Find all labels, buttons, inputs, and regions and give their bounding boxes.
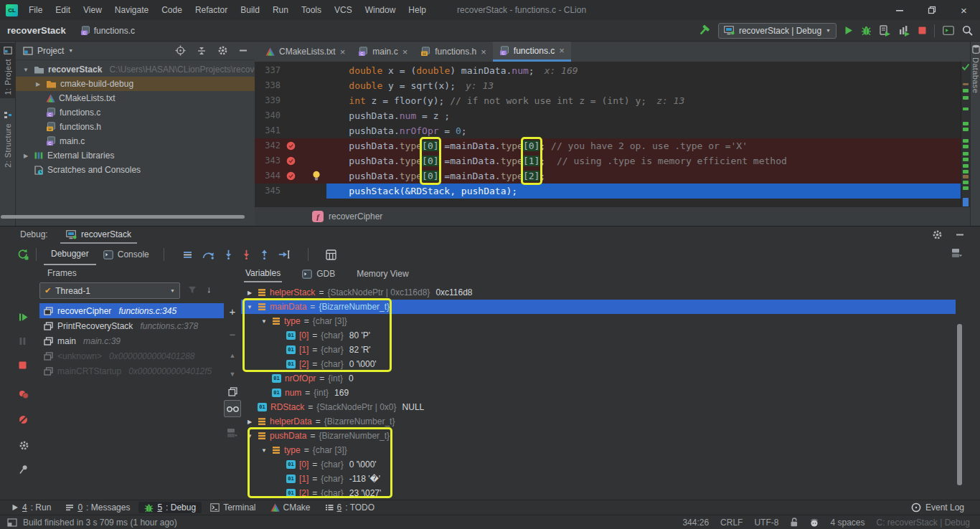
menu-file[interactable]: File (22, 0, 49, 20)
scroll-down-button[interactable]: ↓ (207, 284, 212, 295)
profiler-button[interactable] (899, 25, 910, 37)
scrollbar-change-mark[interactable] (963, 96, 969, 100)
close-button[interactable]: × (948, 0, 980, 20)
editor-tab-cmakelists-txt[interactable]: CMakeLists.txt× (259, 42, 352, 62)
tree-item-main-c[interactable]: Cmain.c (16, 134, 255, 148)
code-line-345[interactable]: 345 pushStack(&RDStack, pushData); (255, 184, 970, 199)
status-item[interactable]: 4 spaces (830, 518, 864, 528)
code-line-340[interactable]: 340 pushData.num = z ; (255, 108, 970, 123)
scrollbar-change-mark[interactable] (963, 83, 969, 85)
variable-row[interactable]: 01[0]={char}0 '\000' (241, 457, 956, 472)
variable-row[interactable]: 01[2]={char}23 '\027' (241, 486, 956, 500)
tab-console[interactable]: Console (96, 244, 156, 265)
pause-button[interactable] (19, 337, 27, 345)
chevron-collapsed-icon[interactable]: ▶ (245, 290, 254, 296)
scrollbar-change-mark[interactable] (963, 122, 969, 125)
hector-button[interactable] (810, 518, 819, 527)
variable-row[interactable]: ▼mainData={BizarreNumber_t} (241, 300, 956, 314)
scrollbar-change-mark[interactable] (963, 152, 969, 156)
gutter[interactable]: 344 (255, 168, 326, 184)
menu-run[interactable]: Run (266, 0, 295, 20)
breadcrumb-function[interactable]: recoverCipher (329, 211, 382, 221)
tree-item-recoverstack[interactable]: ▼recoverStackC:\Users\HASAN\CLionProject… (16, 62, 255, 77)
gutter[interactable]: 339 (255, 93, 326, 108)
move-up-button[interactable]: ▲ (224, 347, 241, 364)
tab-debugger[interactable]: Debugger (44, 244, 96, 265)
variable-row[interactable]: 01[2]={char}0 '\000' (241, 357, 956, 371)
status-item[interactable]: 344:26 (682, 518, 709, 528)
run-to-cursor-button[interactable] (278, 249, 291, 259)
menu-vcs[interactable]: VCS (328, 0, 359, 20)
minimize-button[interactable] (883, 0, 915, 20)
chevron-collapsed-icon[interactable]: ▶ (34, 81, 42, 87)
run-button[interactable] (844, 26, 853, 35)
gutter[interactable]: 343 (255, 153, 326, 168)
run-config-select[interactable]: recoverStack | Debug ▼ (718, 23, 837, 39)
resume-button[interactable] (19, 313, 28, 322)
gutter[interactable]: 341 (255, 123, 326, 138)
scrollbar-change-mark[interactable] (963, 158, 969, 161)
settings-button[interactable] (217, 45, 228, 56)
scrollbar-change-mark[interactable] (963, 186, 969, 190)
editor-tab-functions-h[interactable]: Hfunctions.h× (414, 42, 493, 62)
scrollbar-change-mark[interactable] (963, 175, 969, 178)
rerun-button[interactable] (17, 249, 29, 260)
code-line-338[interactable]: 338 double y = sqrt(x);y: 13 (255, 78, 970, 93)
restore-layout-button[interactable] (951, 248, 963, 258)
frame-row[interactable]: PrintRecoveryStackfunctions.c:378 (39, 318, 224, 333)
locate-button[interactable] (175, 45, 186, 56)
close-tab-icon[interactable]: × (340, 47, 346, 57)
gutter[interactable]: 340 (255, 108, 326, 123)
code-line-339[interactable]: 339 int z = floor(y); // if not work use… (255, 93, 970, 108)
close-tab-icon[interactable]: × (559, 46, 565, 55)
menu-edit[interactable]: Edit (49, 0, 77, 20)
close-tab-icon[interactable]: × (481, 47, 486, 57)
pin-button[interactable] (19, 464, 28, 475)
hide-panel-button[interactable] (956, 229, 964, 240)
horizontal-scrollbar[interactable] (1, 215, 249, 220)
scrollbar-change-mark[interactable] (963, 139, 969, 143)
search-everywhere-button[interactable] (962, 25, 973, 36)
hide-button[interactable] (239, 49, 248, 52)
chevron-collapsed-icon[interactable]: ▶ (22, 153, 30, 159)
scrollbar-change-mark[interactable] (963, 198, 969, 206)
tree-item-scratches-and-consoles[interactable]: Scratches and Consoles (16, 163, 255, 177)
scrollbar-change-mark[interactable] (963, 145, 969, 148)
variable-row[interactable]: 01nrOfOpr={int}0 (241, 371, 956, 386)
menu-navigate[interactable]: Navigate (108, 0, 155, 20)
sidebar-tab-database[interactable]: Database (971, 44, 980, 93)
variable-row[interactable]: 01RDStack={StackNodePtr | 0x0}NULL (241, 400, 956, 414)
gutter[interactable]: 338 (255, 78, 326, 93)
add-watch-button[interactable]: + (224, 302, 241, 320)
scrollbar-change-mark[interactable] (963, 170, 969, 173)
breadcrumb-project[interactable]: recoverStack (7, 25, 66, 36)
status-item[interactable]: C: recoverStack | Debug (876, 518, 970, 528)
sidebar-tab-structure[interactable]: 2: Structure (0, 108, 16, 171)
debug-session-tab[interactable]: recoverStack (60, 227, 137, 244)
menu-code[interactable]: Code (155, 0, 189, 20)
frame-row[interactable]: recoverCipherfunctions.c:345 (39, 303, 224, 318)
toolwindow-tab-4-run[interactable]: 4: Run (6, 502, 57, 513)
toolwindow-tab-cmake[interactable]: CMake (265, 502, 316, 513)
remove-watch-button[interactable]: − (224, 325, 241, 343)
toolwindow-tab-0-messages[interactable]: 0: Messages (60, 502, 136, 513)
gutter[interactable]: 345 (255, 184, 326, 199)
gutter[interactable]: 342 (255, 138, 326, 153)
toolwindow-tab-5-debug[interactable]: 5: Debug (138, 502, 202, 513)
variable-row[interactable]: ▶helperData={BizarreNumber_t} (241, 414, 956, 429)
scrollbar-change-mark[interactable] (963, 181, 969, 184)
chevron-expanded-icon[interactable]: ▼ (245, 304, 254, 310)
menu-help[interactable]: Help (402, 0, 433, 20)
variable-row[interactable]: 01num={int}169 (241, 386, 956, 400)
settings-button[interactable] (19, 440, 29, 451)
menu-window[interactable]: Window (359, 0, 402, 20)
scrollbar-change-mark[interactable] (963, 108, 969, 110)
maximize-button[interactable] (915, 0, 948, 20)
toolwindow-tab-terminal[interactable]: Terminal (204, 502, 261, 513)
duplicate-watch-button[interactable] (224, 383, 241, 400)
tree-item-external-libraries[interactable]: ▶External Libraries (16, 148, 255, 163)
force-step-into-button[interactable] (242, 249, 250, 259)
event-log-button[interactable]: Event Log (911, 502, 974, 513)
collapse-all-button[interactable] (197, 46, 207, 56)
chevron-expanded-icon[interactable]: ▼ (260, 447, 268, 454)
